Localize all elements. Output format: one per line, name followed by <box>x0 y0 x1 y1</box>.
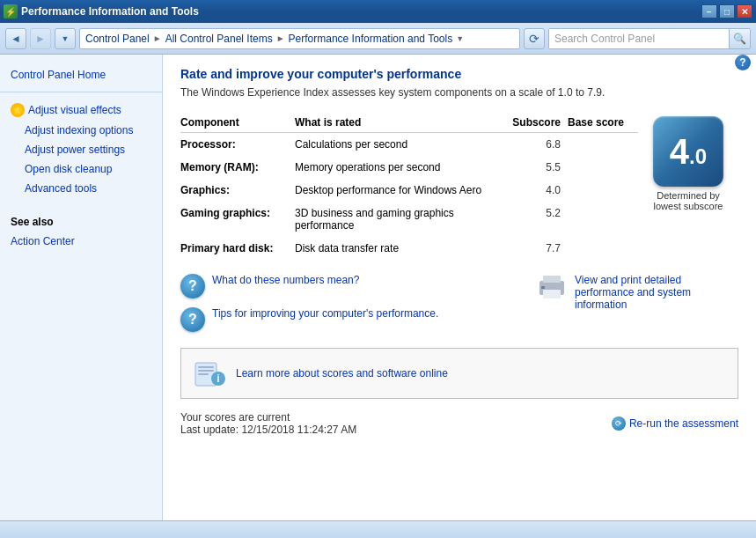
sidebar-disk-cleanup[interactable]: Open disk cleanup <box>0 159 162 179</box>
tips-link-row: ? Tips for improving your computer's per… <box>180 307 438 332</box>
status-text: Your scores are current Last update: 12/… <box>180 411 356 436</box>
score-badge-container: 4.0 Determined by lowest subscore <box>638 113 738 215</box>
comp-basescore-0 <box>568 133 638 157</box>
svg-rect-5 <box>198 366 214 368</box>
printer-link[interactable]: View and print detailed performance and … <box>575 274 738 311</box>
table-row: Processor: Calculations per second 6.8 <box>180 133 638 157</box>
see-also-section: See also Action Center <box>0 212 162 251</box>
tips-link[interactable]: Tips for improving your computer's perfo… <box>212 307 438 320</box>
window-controls: − □ ✕ <box>701 4 752 18</box>
back-button[interactable]: ◄ <box>5 28 26 49</box>
breadcrumb-sep-1: ► <box>153 33 162 43</box>
status-bar <box>0 520 756 538</box>
content-subtitle: The Windows Experience Index assesses ke… <box>180 86 738 99</box>
refresh-button[interactable]: ⟳ <box>524 28 545 49</box>
learn-more-link[interactable]: Learn more about scores and software onl… <box>236 367 448 380</box>
comp-basescore-2 <box>568 179 638 202</box>
performance-section: Component What is rated Subscore Base sc… <box>180 113 738 274</box>
content-area: ? Rate and improve your computer's perfo… <box>163 55 756 520</box>
question-icon-2: ? <box>180 307 205 332</box>
rerun-button[interactable]: ⟳ Re-run the assessment <box>612 416 738 431</box>
breadcrumb-sep-2: ► <box>276 33 285 43</box>
numbers-link-row: ? What do these numbers mean? <box>180 274 438 298</box>
breadcrumb-all-items[interactable]: All Control Panel Items <box>165 33 273 45</box>
table-row: Memory (RAM): Memory operations per seco… <box>180 156 638 179</box>
printer-icon <box>536 274 568 300</box>
badge-caption: Determined by lowest subscore <box>649 190 728 211</box>
comp-score-2: 4.0 <box>512 179 568 202</box>
sidebar-indexing[interactable]: Adjust indexing options <box>0 121 162 140</box>
comp-desc-4: Disk data transfer rate <box>295 237 512 260</box>
table-row: Gaming graphics: 3D business and gaming … <box>180 202 638 237</box>
search-box: 🔍 <box>548 28 751 49</box>
forward-button[interactable]: ► <box>30 28 51 49</box>
comp-basescore-3 <box>568 202 638 237</box>
col-component: Component <box>180 113 295 133</box>
comp-basescore-1 <box>568 156 638 179</box>
learn-icon: i <box>194 357 225 389</box>
window-title: Performance Information and Tools <box>21 5 701 18</box>
restore-button[interactable]: □ <box>719 4 735 18</box>
comp-name-0: Processor: <box>180 133 295 157</box>
svg-rect-7 <box>198 373 209 375</box>
col-subscore: Subscore <box>512 113 568 133</box>
sidebar-advanced[interactable]: Advanced tools <box>0 179 162 198</box>
status-line-1: Your scores are current <box>180 411 356 424</box>
performance-table: Component What is rated Subscore Base sc… <box>180 113 638 260</box>
comp-name-1: Memory (RAM): <box>180 156 295 179</box>
address-bar: ◄ ► ▼ Control Panel ► All Control Panel … <box>0 23 756 55</box>
svg-text:i: i <box>217 372 219 385</box>
sidebar-action-center[interactable]: Action Center <box>0 232 162 251</box>
comp-score-3: 5.2 <box>512 202 568 237</box>
left-links: ? What do these numbers mean? ? Tips for… <box>180 274 438 341</box>
badge-value: 4.0 <box>670 134 707 169</box>
sidebar-visual-effects[interactable]: ⭐ Adjust visual effects <box>0 99 162 121</box>
main-container: Control Panel Home ⭐ Adjust visual effec… <box>0 55 756 520</box>
breadcrumb-current[interactable]: Performance Information and Tools <box>289 33 453 45</box>
content-title: Rate and improve your computer's perform… <box>180 67 738 81</box>
title-bar: ⚡ Performance Information and Tools − □ … <box>0 0 756 23</box>
links-section: ? What do these numbers mean? ? Tips for… <box>180 274 738 341</box>
rerun-label: Re-run the assessment <box>629 417 738 430</box>
comp-basescore-4 <box>568 237 638 260</box>
minimize-button[interactable]: − <box>701 4 717 18</box>
comp-name-2: Graphics: <box>180 179 295 202</box>
comp-desc-0: Calculations per second <box>295 133 512 157</box>
breadcrumb-bar: Control Panel ► All Control Panel Items … <box>79 28 520 49</box>
table-row: Graphics: Desktop performance for Window… <box>180 179 638 202</box>
comp-score-1: 5.5 <box>512 156 568 179</box>
question-icon-1: ? <box>180 274 205 298</box>
comp-score-0: 6.8 <box>512 133 568 157</box>
svg-rect-2 <box>543 290 561 298</box>
comp-name-4: Primary hard disk: <box>180 237 295 260</box>
comp-score-4: 7.7 <box>512 237 568 260</box>
close-button[interactable]: ✕ <box>737 4 752 18</box>
svg-rect-6 <box>198 370 214 372</box>
numbers-link[interactable]: What do these numbers mean? <box>212 274 359 286</box>
svg-rect-3 <box>541 286 545 289</box>
printer-link-area: View and print detailed performance and … <box>536 274 738 341</box>
comp-desc-1: Memory operations per second <box>295 156 512 179</box>
dropdown-arrow[interactable]: ▼ <box>55 28 76 49</box>
shield-icon: ⭐ <box>11 103 25 117</box>
col-base-score: Base score <box>568 113 638 133</box>
table-row: Primary hard disk: Disk data transfer ra… <box>180 237 638 260</box>
breadcrumb-control-panel[interactable]: Control Panel <box>85 33 150 45</box>
see-also-title: See also <box>0 212 162 232</box>
status-row: Your scores are current Last update: 12/… <box>180 411 738 436</box>
help-icon[interactable]: ? <box>735 55 751 70</box>
search-button[interactable]: 🔍 <box>729 29 750 48</box>
sidebar-control-panel-home[interactable]: Control Panel Home <box>0 65 162 85</box>
col-what-rated: What is rated <box>295 113 512 133</box>
sidebar: Control Panel Home ⭐ Adjust visual effec… <box>0 55 163 520</box>
status-line-2: Last update: 12/15/2018 11:24:27 AM <box>180 424 356 436</box>
table-area: Component What is rated Subscore Base sc… <box>180 113 638 274</box>
search-input[interactable] <box>549 29 729 48</box>
comp-name-3: Gaming graphics: <box>180 202 295 237</box>
score-badge: 4.0 <box>653 116 723 187</box>
sidebar-power[interactable]: Adjust power settings <box>0 140 162 159</box>
comp-desc-3: 3D business and gaming graphics performa… <box>295 202 512 237</box>
rerun-icon: ⟳ <box>612 416 626 431</box>
comp-desc-2: Desktop performance for Windows Aero <box>295 179 512 202</box>
learn-more-box: i Learn more about scores and software o… <box>180 348 738 399</box>
